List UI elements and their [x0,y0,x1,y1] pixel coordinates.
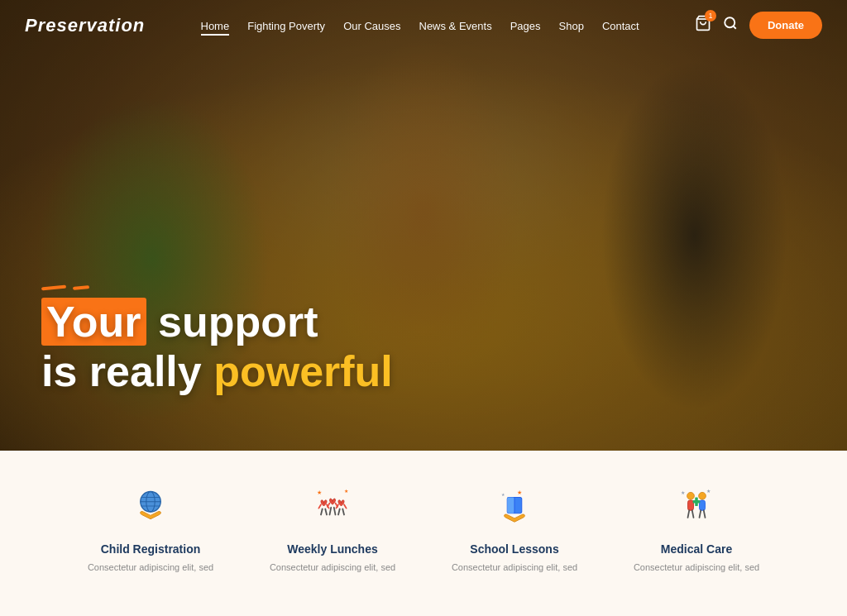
nav-item-pages[interactable]: Pages [510,18,541,33]
svg-line-36 [692,510,694,518]
school-lessons-icon: ★ ★ [488,480,541,532]
svg-point-29 [687,492,695,499]
child-registration-icon [124,480,177,532]
nav-right-actions: 1 Donate [695,12,822,39]
site-logo[interactable]: Preservation [25,15,145,36]
weekly-lunches-title: Weekly Lunches [287,542,377,556]
cart-icon[interactable]: 1 [695,15,711,36]
svg-text:★: ★ [501,492,505,497]
svg-text:★: ★ [706,488,711,494]
school-lessons-title: School Lessons [470,542,558,556]
hero-overlay [0,0,847,471]
hero-title-line1: Your support [41,298,393,347]
svg-line-2 [733,26,735,28]
weekly-lunches-desc: Consectetur adipiscing elit, sed [270,561,395,575]
deco-line-1 [41,285,66,291]
svg-line-35 [688,510,690,518]
weekly-lunches-icon: ★ ★ [306,480,359,532]
medical-care-desc: Consectetur adipiscing elit, sed [634,561,759,575]
navbar: Preservation Home Fighting Poverty Our C… [0,0,847,50]
svg-rect-31 [688,500,694,510]
svg-line-20 [338,509,340,515]
hero-content: Your support is really powerful [41,286,393,397]
svg-rect-32 [700,500,706,510]
nav-links: Home Fighting Poverty Our Causes News & … [201,18,639,33]
svg-line-38 [704,510,706,518]
child-registration-title: Child Registration [101,542,201,556]
svg-point-30 [699,492,706,499]
search-icon[interactable] [723,16,738,35]
svg-line-19 [334,508,336,515]
svg-line-18 [330,508,332,515]
cart-badge: 1 [705,10,716,21]
services-section: Child Registration Consectetur adipiscin… [0,451,847,616]
nav-item-shop[interactable]: Shop [559,18,584,33]
service-card-weekly-lunches[interactable]: ★ ★ Weekly Lunches [242,471,424,583]
nav-item-news[interactable]: News & Events [419,18,492,33]
deco-line-2 [73,286,89,291]
hero-highlight-powerful: powerful [213,347,393,395]
svg-line-17 [325,509,327,515]
svg-text:★: ★ [517,489,522,495]
hero-title: Your support is really powerful [41,298,393,397]
hero-title-line2: is really powerful [41,347,393,397]
svg-text:★: ★ [344,488,348,494]
svg-text:★: ★ [681,489,685,495]
nav-item-contact[interactable]: Contact [602,18,639,33]
child-registration-desc: Consectetur adipiscing elit, sed [88,561,213,575]
hero-highlight-your: Your [41,298,146,346]
medical-care-icon: ★ ★ [670,480,723,532]
svg-rect-23 [507,498,514,513]
svg-point-1 [725,17,735,27]
nav-item-fighting-poverty[interactable]: Fighting Poverty [247,18,325,33]
medical-care-title: Medical Care [661,542,732,556]
svg-text:★: ★ [317,489,322,495]
service-card-school-lessons[interactable]: ★ ★ School Lessons Consectetur adipiscin… [424,471,605,583]
donate-button[interactable]: Donate [749,12,822,39]
hero-decoration [41,286,393,289]
school-lessons-desc: Consectetur adipiscing elit, sed [452,561,577,575]
svg-line-21 [342,509,344,515]
service-card-child-registration[interactable]: Child Registration Consectetur adipiscin… [60,471,242,583]
service-card-medical-care[interactable]: ★ ★ Medical Care Consectetur adipiscing … [605,471,787,583]
nav-item-causes[interactable]: Our Causes [343,18,400,33]
svg-line-37 [700,510,701,518]
svg-line-15 [344,504,347,508]
svg-line-16 [321,509,323,515]
svg-rect-34 [693,500,701,504]
svg-line-10 [318,504,321,508]
svg-line-12 [328,504,330,507]
nav-item-home[interactable]: Home [201,18,230,33]
hero-section: Preservation Home Fighting Poverty Our C… [0,0,847,471]
